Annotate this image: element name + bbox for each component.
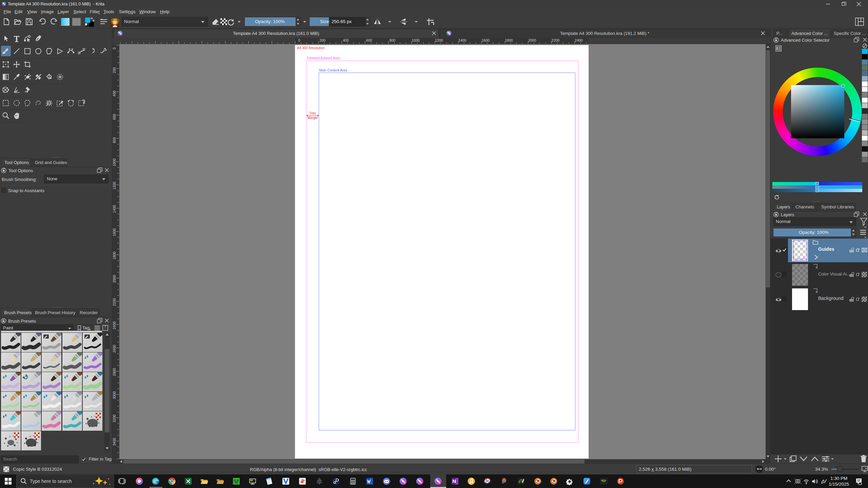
- svg-text:1800: 1800: [505, 38, 513, 42]
- svg-text:600: 600: [366, 38, 372, 42]
- svg-text:1400: 1400: [112, 205, 116, 213]
- svg-text:99: 99: [250, 479, 253, 482]
- svg-text:600: 600: [112, 114, 116, 120]
- svg-text:1600: 1600: [482, 38, 490, 42]
- svg-text:200: 200: [319, 38, 326, 42]
- svg-text:3400: 3400: [112, 438, 116, 446]
- svg-text:2200: 2200: [552, 38, 560, 42]
- svg-text:1200: 1200: [435, 38, 443, 42]
- svg-text:1000: 1000: [112, 158, 116, 166]
- svg-text:1400: 1400: [458, 38, 467, 42]
- svg-text:1000: 1000: [412, 38, 420, 42]
- svg-text:0: 0: [298, 38, 300, 42]
- svg-text:2400: 2400: [575, 38, 583, 42]
- svg-text:2000: 2000: [112, 275, 116, 283]
- svg-text:400: 400: [112, 90, 116, 97]
- svg-text:1800: 1800: [112, 251, 116, 260]
- svg-text:2800: 2800: [112, 368, 116, 376]
- svg-text:800: 800: [112, 137, 116, 143]
- svg-text:1200: 1200: [112, 182, 116, 190]
- svg-text:800: 800: [390, 38, 396, 42]
- svg-text:2400: 2400: [112, 321, 116, 329]
- svg-text:1600: 1600: [112, 228, 116, 237]
- svg-text:400: 400: [343, 38, 349, 42]
- svg-text:2000: 2000: [528, 38, 536, 42]
- svg-text:3200: 3200: [112, 414, 116, 423]
- svg-text:2200: 2200: [112, 298, 116, 306]
- svg-text:3000: 3000: [112, 391, 116, 400]
- svg-text:0: 0: [112, 47, 116, 49]
- svg-text:200: 200: [112, 67, 116, 74]
- svg-text:2600: 2600: [112, 345, 116, 353]
